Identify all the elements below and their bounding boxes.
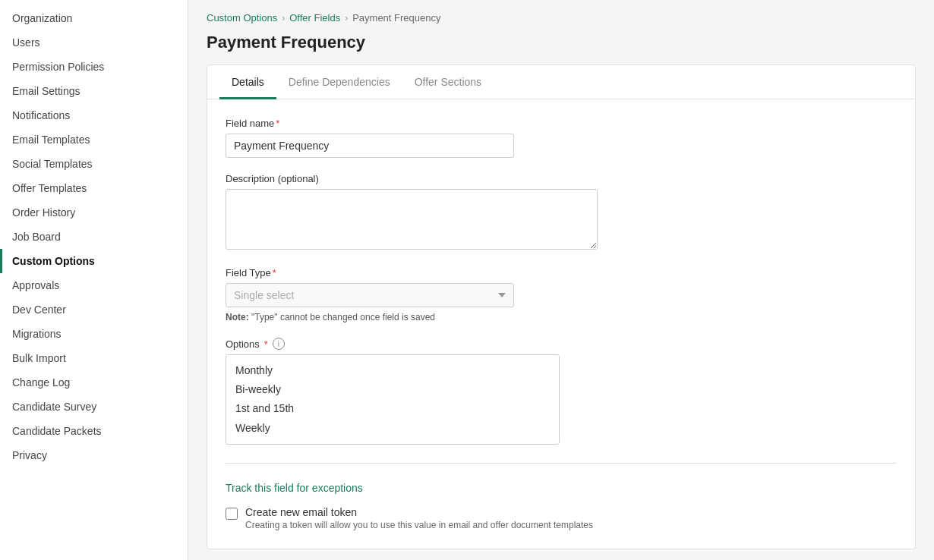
tabs: Details Define Dependencies Offer Sectio… bbox=[207, 65, 915, 99]
option-monthly: Monthly bbox=[235, 361, 550, 380]
divider bbox=[226, 463, 897, 464]
sidebar-item-privacy[interactable]: Privacy bbox=[0, 443, 188, 467]
track-field-link[interactable]: Track this field for exceptions bbox=[226, 482, 363, 494]
field-type-note: Note: "Type" cannot be changed once fiel… bbox=[226, 312, 897, 322]
breadcrumb-custom-options[interactable]: Custom Options bbox=[207, 12, 277, 24]
option-1st-15th: 1st and 15th bbox=[235, 399, 550, 418]
options-label-row: Options * i bbox=[226, 338, 897, 350]
sidebar-item-permission-policies[interactable]: Permission Policies bbox=[0, 55, 188, 79]
sidebar-item-dev-center[interactable]: Dev Center bbox=[0, 297, 188, 322]
breadcrumb: Custom Options › Offer Fields › Payment … bbox=[207, 12, 916, 24]
breadcrumb-sep-1: › bbox=[282, 13, 285, 24]
options-required: * bbox=[264, 338, 268, 350]
note-bold: Note: bbox=[226, 312, 249, 322]
field-name-input[interactable] bbox=[226, 134, 514, 158]
sidebar-item-approvals[interactable]: Approvals bbox=[0, 273, 188, 297]
field-name-label: Field name* bbox=[226, 118, 897, 129]
sidebar-item-bulk-import[interactable]: Bulk Import bbox=[0, 346, 188, 370]
sidebar-item-social-templates[interactable]: Social Templates bbox=[0, 152, 188, 176]
breadcrumb-current: Payment Frequency bbox=[352, 12, 440, 24]
sidebar-item-change-log[interactable]: Change Log bbox=[0, 370, 188, 395]
field-name-required: * bbox=[276, 118, 279, 129]
description-label: Description (optional) bbox=[226, 173, 897, 184]
sidebar-item-email-templates[interactable]: Email Templates bbox=[0, 127, 188, 152]
field-type-select[interactable]: Single select bbox=[226, 283, 514, 307]
field-type-label: Field Type* bbox=[226, 267, 897, 278]
form-body: Field name* Description (optional) Field… bbox=[207, 99, 915, 549]
note-content: "Type" cannot be changed once field is s… bbox=[249, 312, 435, 322]
main-content: Custom Options › Offer Fields › Payment … bbox=[188, 0, 934, 560]
tab-offer-sections[interactable]: Offer Sections bbox=[402, 65, 494, 99]
sidebar-item-job-board[interactable]: Job Board bbox=[0, 225, 188, 249]
tab-details[interactable]: Details bbox=[219, 65, 276, 99]
field-type-required: * bbox=[273, 267, 276, 278]
sidebar-item-organization[interactable]: Organization bbox=[0, 6, 188, 30]
sidebar-item-users[interactable]: Users bbox=[0, 30, 188, 55]
sidebar-item-order-history[interactable]: Order History bbox=[0, 200, 188, 225]
options-group: Options * i Monthly Bi-weekly 1st and 15… bbox=[226, 338, 897, 445]
option-weekly: Weekly bbox=[235, 419, 550, 438]
description-group: Description (optional) bbox=[226, 173, 897, 252]
create-token-checkbox[interactable] bbox=[226, 508, 238, 520]
field-type-group: Field Type* Single select Note: "Type" c… bbox=[226, 267, 897, 322]
page-title: Payment Frequency bbox=[207, 33, 916, 52]
sidebar-item-candidate-packets[interactable]: Candidate Packets bbox=[0, 419, 188, 443]
options-info-icon[interactable]: i bbox=[273, 338, 285, 350]
sidebar-item-candidate-survey[interactable]: Candidate Survey bbox=[0, 395, 188, 419]
create-token-row: Create new email token Creating a token … bbox=[226, 506, 897, 530]
sidebar-item-migrations[interactable]: Migrations bbox=[0, 322, 188, 346]
options-box[interactable]: Monthly Bi-weekly 1st and 15th Weekly bbox=[226, 354, 560, 445]
options-label-text: Options bbox=[226, 338, 260, 350]
main-card: Details Define Dependencies Offer Sectio… bbox=[207, 64, 916, 549]
create-token-text: Create new email token Creating a token … bbox=[245, 506, 593, 530]
breadcrumb-sep-2: › bbox=[345, 13, 348, 24]
create-token-label: Create new email token bbox=[245, 506, 593, 518]
sidebar-item-email-settings[interactable]: Email Settings bbox=[0, 79, 188, 103]
option-biweekly: Bi-weekly bbox=[235, 380, 550, 399]
create-token-desc: Creating a token will allow you to use t… bbox=[245, 520, 593, 530]
tab-define-dependencies[interactable]: Define Dependencies bbox=[276, 65, 402, 99]
sidebar-item-offer-templates[interactable]: Offer Templates bbox=[0, 176, 188, 200]
description-textarea[interactable] bbox=[226, 189, 598, 250]
sidebar-item-custom-options[interactable]: Custom Options bbox=[0, 249, 188, 273]
sidebar-item-notifications[interactable]: Notifications bbox=[0, 103, 188, 127]
breadcrumb-offer-fields[interactable]: Offer Fields bbox=[289, 12, 340, 24]
sidebar: OrganizationUsersPermission PoliciesEmai… bbox=[0, 0, 188, 560]
field-name-group: Field name* bbox=[226, 118, 897, 158]
